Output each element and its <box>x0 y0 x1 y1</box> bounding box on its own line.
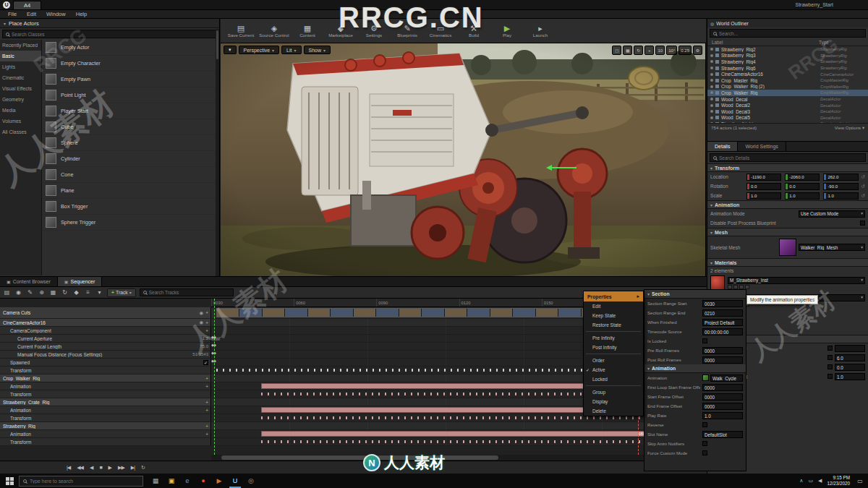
property-value-field[interactable]: Project Default <box>702 319 743 326</box>
transport-button[interactable]: ↻ <box>141 465 145 471</box>
outliner-row[interactable]: Strawberry_Rig3 StrawberryRig <box>707 53 868 59</box>
place-actor-item[interactable]: Sphere Trigger <box>42 215 219 231</box>
visibility-eye-icon[interactable] <box>710 85 713 88</box>
z-value-field[interactable]: 1.0 <box>823 192 858 200</box>
property-value-field[interactable]: 0000 <box>702 393 743 401</box>
track-section-bar[interactable]: 180 <box>261 431 647 437</box>
context-menu-item[interactable]: ✓ Pre Infinity <box>584 333 643 343</box>
place-actor-item[interactable]: Plane <box>42 183 219 199</box>
property-value-field[interactable]: Walk_Cycle <box>710 374 743 382</box>
context-menu-item[interactable]: ✓ Locked <box>584 374 643 384</box>
visibility-eye-icon[interactable] <box>710 73 713 76</box>
place-actors-category[interactable]: Cinematic <box>0 72 41 83</box>
toolbar-button[interactable]: ▦ Content <box>292 20 323 42</box>
physics-value[interactable] <box>835 345 865 352</box>
context-menu-item[interactable]: ✓ <box>586 354 641 354</box>
taskbar-app-icon[interactable]: U <box>227 474 243 488</box>
toolbar-button[interactable]: ▤ Save Current <box>225 20 257 42</box>
sequencer-toolbar-icon[interactable]: ↻ <box>61 289 69 296</box>
project-tab[interactable]: A4 <box>13 1 41 9</box>
taskbar-search[interactable] <box>19 476 143 487</box>
place-actors-category[interactable]: Recently Placed <box>0 40 41 51</box>
viewport-snap-control[interactable]: + <box>644 46 654 55</box>
toolbar-button[interactable]: ✎ Blueprints <box>391 20 423 42</box>
tray-icon[interactable]: ▭ <box>808 478 813 484</box>
place-actors-search[interactable] <box>2 30 217 38</box>
place-actor-item[interactable]: Cylinder <box>42 151 219 167</box>
property-value-field[interactable]: 0000 <box>702 403 743 410</box>
track-value[interactable]: 75.0 <box>200 344 208 348</box>
visibility-eye-icon[interactable] <box>710 54 713 57</box>
place-actor-item[interactable]: Box Trigger <box>42 199 219 215</box>
details-search-input[interactable] <box>719 155 862 160</box>
notification-center-icon[interactable]: ▭ <box>855 476 865 486</box>
property-value-field[interactable]: 00:00:00:00 <box>702 328 743 335</box>
place-actors-category[interactable]: Media <box>0 105 41 116</box>
outliner-row[interactable]: CineCameraActor16 CineCameraActor <box>707 71 868 77</box>
place-actor-item[interactable]: Empty Pawn <box>42 72 219 87</box>
taskbar-app-icon[interactable]: ▦ <box>148 474 163 488</box>
place-actor-item[interactable]: Point Light <box>42 87 219 103</box>
context-menu-item[interactable]: ✓ Delete <box>584 406 643 416</box>
skeletal-mesh-dropdown[interactable]: Walker_Rig_Mesh <box>799 244 865 251</box>
context-menu-item[interactable]: ✓ <box>586 331 641 332</box>
visibility-eye-icon[interactable] <box>710 104 713 107</box>
place-actor-item[interactable]: Cube <box>42 119 219 135</box>
place-actor-item[interactable]: Empty Actor <box>42 40 219 56</box>
details-tab[interactable]: World Settings <box>738 142 786 151</box>
property-value-field[interactable]: 0000 <box>702 347 743 354</box>
y-value-field[interactable]: -2060.0 <box>785 174 820 181</box>
view-options-button[interactable]: View Options ▾ <box>835 125 864 130</box>
visibility-eye-icon[interactable] <box>710 116 713 119</box>
outliner-row[interactable]: Strawberry_Rig4 StrawberryRig <box>707 59 868 65</box>
visibility-eye-icon[interactable] <box>710 79 713 82</box>
menu-item[interactable]: Help <box>71 11 92 17</box>
add-track-button[interactable]: +Track▾ <box>107 288 136 297</box>
sequencer-toolbar-icon[interactable]: ▦ <box>49 289 57 296</box>
transport-button[interactable]: ▶ <box>109 465 111 471</box>
track-lane[interactable] <box>211 438 707 445</box>
physics-checkbox[interactable] <box>827 374 833 379</box>
reset-icon[interactable]: ↺ <box>861 184 865 189</box>
place-actors-category[interactable]: Basic <box>0 51 41 61</box>
property-checkbox[interactable] <box>702 441 707 446</box>
section-header[interactable]: ▾Section <box>644 290 746 299</box>
transport-button[interactable]: ◀◀ <box>77 465 83 471</box>
track-lane[interactable]: 180 <box>211 430 707 437</box>
outliner-row[interactable]: Strawberry_Rig6 StrawberryRig <box>707 65 868 72</box>
label-column-header[interactable]: Label <box>712 40 819 45</box>
details-search[interactable] <box>710 153 866 162</box>
outliner-row[interactable]: DirectionalLight DirectionalLight <box>707 121 868 123</box>
animation-section-header[interactable]: ▾Animation <box>707 200 868 209</box>
physics-value[interactable]: 6.0 <box>835 354 865 361</box>
taskbar-app-icon[interactable]: e <box>179 474 195 488</box>
context-menu-properties[interactable]: Properties▸ <box>584 291 643 301</box>
material-thumbnail[interactable] <box>710 275 725 290</box>
physics-checkbox[interactable] <box>827 355 833 360</box>
panel-tab[interactable]: ▣Content Browser <box>0 277 58 286</box>
context-menu-item[interactable]: ✓ Display <box>584 397 643 406</box>
z-value-field[interactable]: 262.0 <box>823 174 858 181</box>
reset-icon[interactable]: ↺ <box>861 193 865 199</box>
x-value-field[interactable]: 0.0 <box>746 183 781 190</box>
outliner-row[interactable]: Wood_Decal2 DecalActor <box>707 102 868 108</box>
visibility-eye-icon[interactable] <box>710 60 713 63</box>
type-column-header[interactable]: Type <box>819 40 864 45</box>
add-section-button[interactable]: + <box>205 408 208 413</box>
toolbar-button[interactable]: ⚒ Build <box>458 20 490 42</box>
material-dropdown[interactable]: M_Strawberry_Inst <box>728 277 865 284</box>
animation-subheader[interactable]: ▾Animation <box>644 364 746 373</box>
sequencer-toolbar-icon[interactable]: ⊕ <box>38 289 46 296</box>
disable-postprocess-checkbox[interactable] <box>860 221 865 226</box>
property-value-field[interactable]: 0030 <box>702 300 743 307</box>
taskbar-search-input[interactable] <box>30 479 139 484</box>
place-actors-search-input[interactable] <box>12 32 213 37</box>
materials-section-header[interactable]: ▾Materials <box>707 258 868 267</box>
outliner-row[interactable]: Wood_Decal5 DecalActor <box>707 115 868 121</box>
track-section-bar[interactable] <box>261 416 647 419</box>
context-menu-item[interactable]: ✓ Restore State <box>584 320 643 330</box>
camera-icon[interactable]: ◉ <box>200 320 204 325</box>
visibility-eye-icon[interactable] <box>710 98 713 100</box>
reset-icon[interactable]: ↺ <box>861 174 865 180</box>
property-checkbox[interactable] <box>702 422 707 427</box>
